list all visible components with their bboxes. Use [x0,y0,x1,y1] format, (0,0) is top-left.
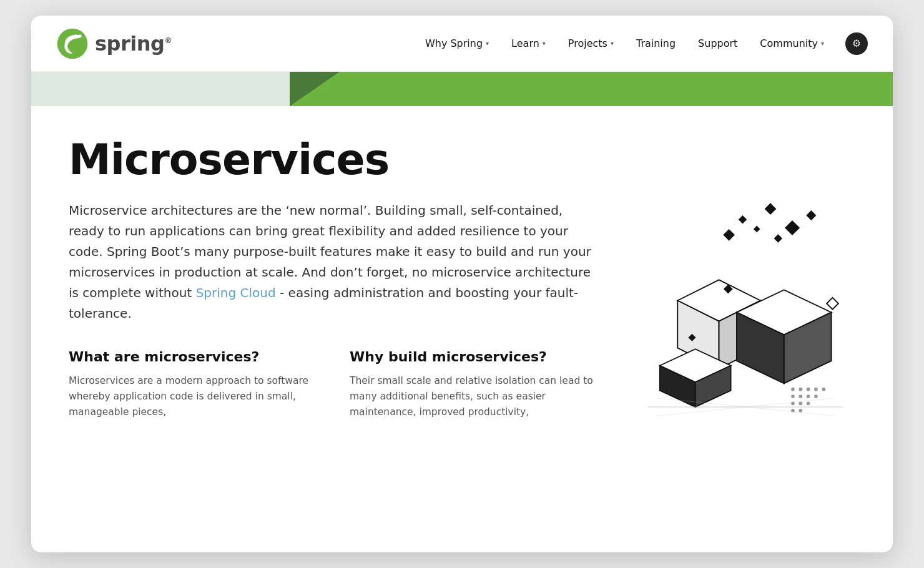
svg-point-34 [799,409,802,413]
svg-point-24 [814,388,818,391]
svg-point-26 [791,395,795,399]
chevron-down-icon: ▾ [821,40,824,47]
svg-rect-4 [785,220,800,235]
logo-text: spring® [95,32,172,56]
isometric-cubes-svg [624,188,849,425]
browser-window: spring® Why Spring ▾ Learn ▾ Projects ▾ [31,16,893,552]
sub-col-why: Why build microservices? Their small sca… [350,349,593,419]
svg-point-23 [807,388,810,391]
intro-paragraph: Microservice architectures are the ‘new … [69,200,593,324]
svg-point-0 [57,28,88,59]
nav-label-support: Support [698,37,737,49]
svg-rect-7 [774,235,782,243]
svg-point-29 [814,395,818,399]
svg-rect-8 [723,229,735,241]
dark-mode-icon: ⚙ [852,37,861,49]
text-section: Microservice architectures are the ‘new … [69,200,593,419]
chevron-down-icon: ▾ [543,40,546,47]
navbar: spring® Why Spring ▾ Learn ▾ Projects ▾ [31,16,893,72]
nav-links: Why Spring ▾ Learn ▾ Projects ▾ Training [414,32,835,54]
svg-point-32 [807,402,810,406]
banner-green-shape [290,72,893,106]
nav-item-training[interactable]: Training [625,32,687,54]
nav-item-learn[interactable]: Learn ▾ [500,32,557,54]
svg-point-25 [822,388,825,391]
nav-label-why-spring: Why Spring [425,37,483,49]
nav-label-training: Training [636,37,676,49]
main-content: Microservices Microservice architectures… [31,106,893,450]
nav-label-projects: Projects [568,37,607,49]
sub-col-what: What are microservices? Microservices ar… [69,349,312,419]
nav-item-projects[interactable]: Projects ▾ [557,32,625,54]
svg-point-31 [799,402,802,406]
content-row: Microservice architectures are the ‘new … [69,200,855,425]
chevron-down-icon: ▾ [611,40,614,47]
sub-columns: What are microservices? Microservices ar… [69,349,593,419]
nav-item-support[interactable]: Support [687,32,749,54]
banner [31,72,893,106]
nav-item-why-spring[interactable]: Why Spring ▾ [414,32,500,54]
svg-point-1 [79,34,82,37]
svg-point-22 [799,388,802,391]
sub-text-what: Microservices are a modern approach to s… [69,373,312,419]
svg-rect-2 [765,203,777,215]
svg-point-21 [791,388,795,391]
nav-label-community: Community [760,37,818,49]
svg-rect-6 [754,226,760,233]
svg-rect-5 [806,210,816,220]
sub-heading-why: Why build microservices? [350,349,593,365]
dark-mode-toggle[interactable]: ⚙ [845,32,868,55]
logo-link[interactable]: spring® [56,27,172,60]
nav-label-learn: Learn [511,37,539,49]
svg-point-28 [807,395,810,399]
microservices-illustration [618,188,855,425]
svg-point-27 [799,395,802,399]
page-title: Microservices [69,137,855,182]
nav-item-community[interactable]: Community ▾ [749,32,835,54]
banner-dark-triangle [290,72,340,106]
chevron-down-icon: ▾ [486,40,489,47]
sub-heading-what: What are microservices? [69,349,312,365]
svg-rect-19 [827,298,838,310]
sub-text-why: Their small scale and relative isolation… [350,373,593,419]
dots-cluster [791,388,825,413]
svg-rect-3 [739,215,747,223]
spring-cloud-link[interactable]: Spring Cloud [196,285,276,300]
spring-logo-icon [56,27,89,60]
